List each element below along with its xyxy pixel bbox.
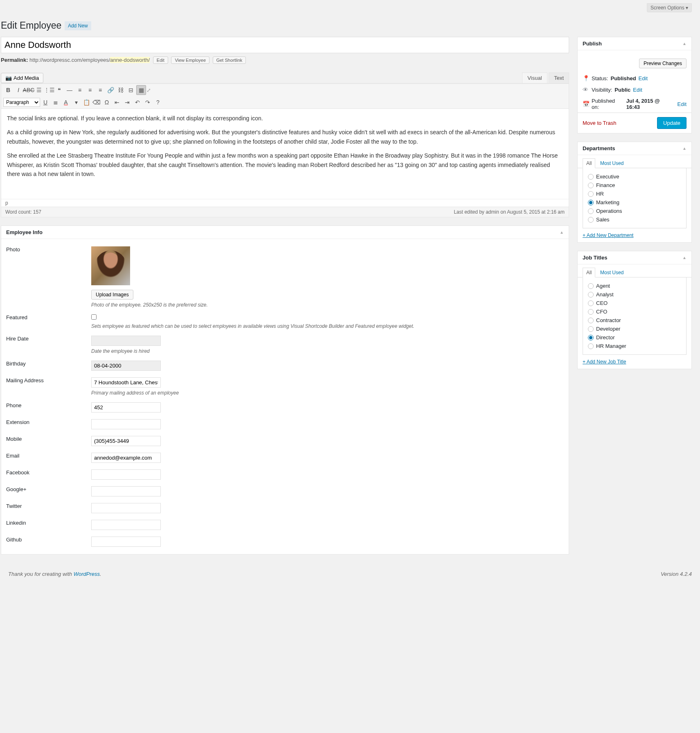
get-shortlink-button[interactable]: Get Shortlink <box>213 56 246 64</box>
jobtitle-item[interactable]: Analyst <box>588 290 681 299</box>
bold-button[interactable]: B <box>3 85 13 95</box>
departments-tab-all[interactable]: All <box>583 158 595 168</box>
department-item[interactable]: HR <box>588 189 681 198</box>
radio-icon[interactable] <box>588 208 594 214</box>
wordpress-link[interactable]: WordPress <box>74 571 100 577</box>
screen-options-button[interactable]: Screen Options ▾ <box>647 3 692 12</box>
post-title-input[interactable] <box>1 37 569 53</box>
jobtitle-item[interactable]: CFO <box>588 307 681 316</box>
jobtitle-item[interactable]: Contractor <box>588 316 681 325</box>
update-button[interactable]: Update <box>657 117 686 129</box>
add-new-department-link[interactable]: + Add New Department <box>578 232 691 242</box>
twitter-input[interactable] <box>91 503 161 513</box>
radio-icon[interactable] <box>588 335 594 341</box>
radio-icon[interactable] <box>588 183 594 188</box>
unlink-button[interactable]: ⛓ <box>116 85 126 95</box>
employee-photo <box>91 246 130 285</box>
radio-icon[interactable] <box>588 191 594 197</box>
align-right-button[interactable]: ≡ <box>95 85 105 95</box>
bullet-list-button[interactable]: ☰ <box>34 85 44 95</box>
department-item[interactable]: Marketing <box>588 198 681 207</box>
facebook-input[interactable] <box>91 469 161 480</box>
help-button[interactable]: ? <box>153 97 163 107</box>
align-center-button[interactable]: ≡ <box>85 85 95 95</box>
published-edit-link[interactable]: Edit <box>677 101 686 107</box>
featured-checkbox[interactable] <box>91 314 97 320</box>
email-input[interactable] <box>91 453 161 463</box>
jobtitle-item[interactable]: CEO <box>588 299 681 307</box>
linkedin-input[interactable] <box>91 520 161 530</box>
upload-images-button[interactable]: Upload Images <box>91 290 133 300</box>
status-edit-link[interactable]: Edit <box>639 75 648 81</box>
align-left-button[interactable]: ≡ <box>75 85 85 95</box>
mobile-input[interactable] <box>91 436 161 446</box>
radio-icon[interactable] <box>588 200 594 205</box>
mailing-input[interactable] <box>91 377 161 388</box>
permalink-edit-button[interactable]: Edit <box>153 56 168 64</box>
department-item[interactable]: Executive <box>588 172 681 181</box>
radio-icon[interactable] <box>588 300 594 306</box>
tab-text[interactable]: Text <box>549 72 569 83</box>
toolbar-toggle-button[interactable]: ▦ <box>136 85 146 95</box>
jobtitle-item[interactable]: Agent <box>588 282 681 290</box>
text-color-button[interactable]: A <box>61 97 71 107</box>
jobtitles-tab-all[interactable]: All <box>583 268 595 277</box>
phone-input[interactable] <box>91 402 161 413</box>
add-media-button[interactable]: 📷 Add Media <box>1 73 43 83</box>
toggle-icon[interactable]: ▲ <box>682 255 686 260</box>
toggle-icon[interactable]: ▲ <box>560 230 564 235</box>
radio-icon[interactable] <box>588 343 594 349</box>
google-input[interactable] <box>91 486 161 496</box>
toggle-icon[interactable]: ▲ <box>682 41 686 46</box>
hire-date-input[interactable] <box>91 336 161 346</box>
link-button[interactable]: 🔗 <box>106 85 115 95</box>
radio-icon[interactable] <box>588 292 594 298</box>
paste-text-button[interactable]: 📋 <box>81 97 91 107</box>
department-item[interactable]: Finance <box>588 181 681 189</box>
strikethrough-button[interactable]: ABC <box>24 85 34 95</box>
jobtitle-item[interactable]: Developer <box>588 325 681 333</box>
more-button[interactable]: ⊟ <box>126 85 136 95</box>
radio-icon[interactable] <box>588 309 594 315</box>
justify-button[interactable]: ≣ <box>51 97 61 107</box>
fullscreen-icon[interactable]: ⤢ <box>146 87 153 93</box>
numbered-list-button[interactable]: ⋮☰ <box>44 85 54 95</box>
radio-icon[interactable] <box>588 318 594 323</box>
birthday-input[interactable] <box>91 361 161 371</box>
special-char-button[interactable]: Ω <box>102 97 112 107</box>
view-employee-button[interactable]: View Employee <box>171 56 209 64</box>
visibility-edit-link[interactable]: Edit <box>633 87 642 93</box>
text-color-dropdown[interactable]: ▾ <box>71 97 81 107</box>
department-item[interactable]: Sales <box>588 215 681 224</box>
jobtitle-item[interactable]: HR Manager <box>588 342 681 350</box>
undo-button[interactable]: ↶ <box>133 97 142 107</box>
blockquote-button[interactable]: ❝ <box>54 85 64 95</box>
outdent-button[interactable]: ⇤ <box>112 97 122 107</box>
format-select[interactable]: Paragraph <box>3 98 40 107</box>
redo-button[interactable]: ↷ <box>143 97 153 107</box>
toggle-icon[interactable]: ▲ <box>682 146 686 151</box>
departments-tab-mostused[interactable]: Most Used <box>597 159 627 168</box>
radio-icon[interactable] <box>588 217 594 223</box>
jobtitle-item[interactable]: Director <box>588 333 681 342</box>
clear-format-button[interactable]: ⌫ <box>92 97 101 107</box>
tab-visual[interactable]: Visual <box>522 72 547 83</box>
italic-button[interactable]: I <box>14 85 23 95</box>
editor-content[interactable]: The social links are optional. If you le… <box>1 109 569 199</box>
phone-label: Phone <box>6 402 91 413</box>
github-input[interactable] <box>91 537 161 547</box>
jobtitles-tab-mostused[interactable]: Most Used <box>597 268 627 277</box>
hr-button[interactable]: — <box>65 85 74 95</box>
extension-input[interactable] <box>91 419 161 429</box>
move-to-trash-link[interactable]: Move to Trash <box>583 120 616 126</box>
radio-icon[interactable] <box>588 283 594 289</box>
add-new-button[interactable]: Add New <box>65 21 91 30</box>
preview-changes-button[interactable]: Preview Changes <box>639 59 686 68</box>
radio-icon[interactable] <box>588 174 594 180</box>
underline-button[interactable]: U <box>41 97 50 107</box>
add-new-jobtitle-link[interactable]: + Add New Job Title <box>578 359 691 369</box>
radio-icon[interactable] <box>588 326 594 332</box>
department-item[interactable]: Operations <box>588 207 681 215</box>
footer-version: Version 4.2.4 <box>661 571 692 577</box>
indent-button[interactable]: ⇥ <box>122 97 132 107</box>
